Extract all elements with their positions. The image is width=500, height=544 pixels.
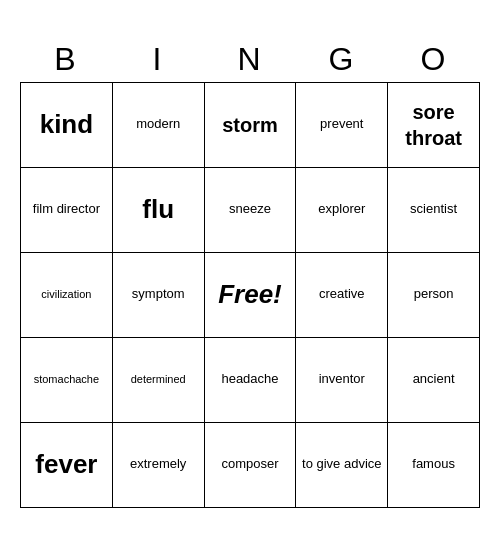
cell-text: symptom xyxy=(132,286,185,303)
cell-text: sore throat xyxy=(392,99,475,151)
cell-text: composer xyxy=(221,456,278,473)
bingo-card: BINGO kindmodernstormpreventsore throatf… xyxy=(20,37,480,508)
bingo-cell-r1-c3: explorer xyxy=(296,168,388,253)
cell-text: scientist xyxy=(410,201,457,218)
bingo-cell-r3-c0: stomachache xyxy=(21,338,113,423)
bingo-cell-r2-c4: person xyxy=(388,253,480,338)
header-letter-G: G xyxy=(296,37,388,82)
bingo-cell-r4-c2: composer xyxy=(205,423,297,508)
bingo-cell-r0-c3: prevent xyxy=(296,83,388,168)
bingo-cell-r3-c4: ancient xyxy=(388,338,480,423)
cell-text: determined xyxy=(131,372,186,386)
bingo-cell-r4-c3: to give advice xyxy=(296,423,388,508)
bingo-cell-r1-c1: flu xyxy=(113,168,205,253)
bingo-cell-r0-c0: kind xyxy=(21,83,113,168)
cell-text: to give advice xyxy=(302,456,382,473)
cell-text: person xyxy=(414,286,454,303)
cell-text: creative xyxy=(319,286,365,303)
bingo-grid: kindmodernstormpreventsore throatfilm di… xyxy=(20,82,480,508)
cell-text: extremely xyxy=(130,456,186,473)
bingo-cell-r3-c3: inventor xyxy=(296,338,388,423)
cell-text: stomachache xyxy=(34,372,99,386)
bingo-cell-r3-c2: headache xyxy=(205,338,297,423)
bingo-cell-r1-c2: sneeze xyxy=(205,168,297,253)
cell-text: civilization xyxy=(41,287,91,301)
bingo-cell-r3-c1: determined xyxy=(113,338,205,423)
bingo-cell-r2-c1: symptom xyxy=(113,253,205,338)
header-letter-I: I xyxy=(112,37,204,82)
cell-text: flu xyxy=(142,193,174,227)
cell-text: prevent xyxy=(320,116,363,133)
bingo-cell-r0-c1: modern xyxy=(113,83,205,168)
cell-text: inventor xyxy=(319,371,365,388)
bingo-cell-r0-c4: sore throat xyxy=(388,83,480,168)
cell-text: ancient xyxy=(413,371,455,388)
bingo-cell-r2-c3: creative xyxy=(296,253,388,338)
cell-text: kind xyxy=(40,108,93,142)
bingo-cell-r0-c2: storm xyxy=(205,83,297,168)
bingo-cell-r4-c0: fever xyxy=(21,423,113,508)
cell-text: headache xyxy=(221,371,278,388)
cell-text: explorer xyxy=(318,201,365,218)
bingo-cell-r2-c2: Free! xyxy=(205,253,297,338)
cell-text: sneeze xyxy=(229,201,271,218)
cell-text: famous xyxy=(412,456,455,473)
cell-text: Free! xyxy=(218,278,282,312)
cell-text: storm xyxy=(222,112,278,138)
header-letter-B: B xyxy=(20,37,112,82)
bingo-cell-r1-c0: film director xyxy=(21,168,113,253)
header-letter-O: O xyxy=(388,37,480,82)
bingo-cell-r4-c1: extremely xyxy=(113,423,205,508)
bingo-header: BINGO xyxy=(20,37,480,82)
cell-text: film director xyxy=(33,201,100,218)
bingo-cell-r2-c0: civilization xyxy=(21,253,113,338)
bingo-cell-r1-c4: scientist xyxy=(388,168,480,253)
cell-text: fever xyxy=(35,448,97,482)
bingo-cell-r4-c4: famous xyxy=(388,423,480,508)
header-letter-N: N xyxy=(204,37,296,82)
cell-text: modern xyxy=(136,116,180,133)
